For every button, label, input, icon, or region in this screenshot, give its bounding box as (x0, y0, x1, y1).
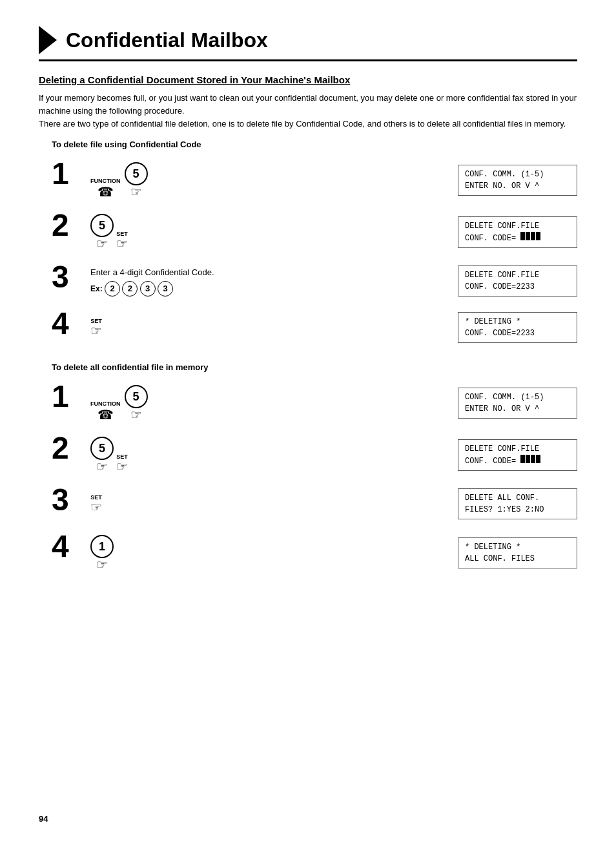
step-b1: 1 FUNCTION ☎ 5 ☞ CONF. COMM. (1-5) ENTER… (39, 381, 577, 421)
step-b4-display: * DELETING * ALL CONF. FILES (458, 537, 577, 568)
display-line2-s2: CONF. CODE= (465, 232, 570, 244)
step-4-icons: SET ☞ (90, 318, 102, 337)
step-number-b4: 4 (52, 531, 90, 562)
header-arrow-icon (39, 26, 57, 54)
subsection-delete-by-code: To delete file using Confidential Code 1… (39, 140, 577, 343)
circle-1[interactable]: 1 (90, 535, 114, 558)
press-icon-b2b: ☞ (116, 460, 128, 473)
press-icon-b4: ☞ (96, 558, 108, 571)
number-5-button-2[interactable]: 5 ☞ (90, 214, 114, 250)
step-3-text: Enter a 4-digit Confidential Code. Ex: 2… (90, 266, 214, 297)
display-line2-b4: ALL CONF. FILES (465, 553, 570, 565)
page-header: Confidential Mailbox (39, 26, 577, 54)
handset-icon-b1: ☎ (98, 408, 114, 421)
step-3-display: DELETE CONF.FILE CONF. CODE=2233 (458, 265, 577, 297)
display-line2-b2: CONF. CODE= (465, 455, 570, 467)
step-b3-icons: SET ☞ (90, 494, 102, 514)
step-4-display: * DELETING * CONF. CODE=2233 (458, 312, 577, 343)
section-title: Deleting a Confidential Document Stored … (39, 74, 577, 85)
display-line2: ENTER NO. OR V ^ (465, 180, 570, 192)
step-2-content: 5 ☞ SET ☞ DELETE CONF.FILE CONF. CODE= (90, 210, 577, 250)
step-b1-content: FUNCTION ☎ 5 ☞ CONF. COMM. (1-5) ENTER N… (90, 381, 577, 421)
page-title: Confidential Mailbox (66, 28, 268, 52)
step-b2: 2 5 ☞ SET ☞ DELETE CONF.FILE CONF. CODE= (39, 433, 577, 473)
display-line2-s3: CONF. CODE=2233 (465, 281, 570, 293)
number-5-button-b2[interactable]: 5 ☞ (90, 437, 114, 473)
step-number-b2: 2 (52, 433, 90, 464)
step-b1-icons: FUNCTION ☎ 5 ☞ (90, 385, 148, 421)
step-number-4: 4 (52, 308, 90, 339)
display-line1-b1: CONF. COMM. (1-5) (465, 391, 570, 403)
set-button-1[interactable]: SET ☞ (116, 231, 128, 250)
step-4: 4 SET ☞ * DELETING * CONF. CODE=2233 (39, 308, 577, 343)
display-line1-s2: DELETE CONF.FILE (465, 220, 570, 232)
set-button-b2[interactable]: SET ☞ (116, 453, 128, 473)
step-b1-display: CONF. COMM. (1-5) ENTER NO. OR V ^ (458, 388, 577, 419)
step-b3: 3 SET ☞ DELETE ALL CONF. FILES? 1:YES 2:… (39, 484, 577, 519)
step-2-display: DELETE CONF.FILE CONF. CODE= (458, 216, 577, 248)
step-b4-content: 1 ☞ * DELETING * ALL CONF. FILES (90, 531, 577, 571)
press-icon-b2a: ☞ (96, 460, 108, 473)
step-3: 3 Enter a 4-digit Confidential Code. Ex:… (39, 262, 577, 297)
step-b3-content: SET ☞ DELETE ALL CONF. FILES? 1:YES 2:NO (90, 484, 577, 519)
function-button-group: FUNCTION ☎ (90, 178, 121, 198)
step-1: 1 FUNCTION ☎ 5 ☞ CONF. COMM. (1-5) ENTER… (39, 158, 577, 198)
step-2: 2 5 ☞ SET ☞ DELETE CONF.FILE CONF. CODE= (39, 210, 577, 250)
press-icon-b3: ☞ (90, 501, 102, 514)
step-1-content: FUNCTION ☎ 5 ☞ CONF. COMM. (1-5) ENTER N… (90, 158, 577, 198)
press-icon-2a: ☞ (96, 237, 108, 250)
step-1-icons: FUNCTION ☎ 5 ☞ (90, 162, 148, 198)
step-number-1: 1 (52, 158, 90, 189)
handset-icon-1: ☎ (98, 185, 114, 198)
step-2-icons: 5 ☞ SET ☞ (90, 214, 128, 250)
press-icon-b1: ☞ (130, 408, 142, 421)
display-line2-b3: FILES? 1:YES 2:NO (465, 504, 570, 515)
number-5-button[interactable]: 5 ☞ (125, 162, 148, 198)
number-5-button-b1[interactable]: 5 ☞ (125, 385, 148, 421)
subsection-delete-all: To delete all confidential file in memor… (39, 362, 577, 571)
page-footer: 94 (39, 814, 48, 824)
step-b3-display: DELETE ALL CONF. FILES? 1:YES 2:NO (458, 488, 577, 519)
set-button-2[interactable]: SET ☞ (90, 318, 102, 337)
step-b2-content: 5 ☞ SET ☞ DELETE CONF.FILE CONF. CODE= (90, 433, 577, 473)
display-line2-s4: CONF. CODE=2233 (465, 328, 570, 339)
step-b2-icons: 5 ☞ SET ☞ (90, 437, 128, 473)
display-line1-b2: DELETE CONF.FILE (465, 443, 570, 455)
press-icon-4: ☞ (90, 324, 102, 337)
step-number-2: 2 (52, 210, 90, 241)
display-line1-s4: * DELETING * (465, 316, 570, 328)
subsection1-heading: To delete file using Confidential Code (52, 140, 577, 149)
circle-5[interactable]: 5 (125, 162, 148, 185)
step-4-content: SET ☞ * DELETING * CONF. CODE=2233 (90, 308, 577, 343)
page-number: 94 (39, 814, 48, 824)
step-number-b1: 1 (52, 381, 90, 412)
number-1-button[interactable]: 1 ☞ (90, 535, 114, 571)
display-line1-s3: DELETE CONF.FILE (465, 269, 570, 281)
step-b4: 4 1 ☞ * DELETING * ALL CONF. FILES (39, 531, 577, 571)
step-number-b3: 3 (52, 484, 90, 515)
display-line1-b3: DELETE ALL CONF. (465, 492, 570, 504)
step-number-3: 3 (52, 262, 90, 293)
display-line1-b4: * DELETING * (465, 541, 570, 553)
subsection2-heading: To delete all confidential file in memor… (52, 362, 577, 372)
circle-5-b2[interactable]: 5 (90, 437, 114, 460)
body-text-1: If your memory becomes full, or you just… (39, 92, 577, 130)
function-button-group-b: FUNCTION ☎ (90, 401, 121, 421)
set-button-b3[interactable]: SET ☞ (90, 494, 102, 514)
circle-5-b[interactable]: 5 (90, 214, 114, 237)
step-1-display: CONF. COMM. (1-5) ENTER NO. OR V ^ (458, 165, 577, 196)
ex-line-1: Ex: 2 2 3 3 (90, 281, 214, 297)
step-3-content: Enter a 4-digit Confidential Code. Ex: 2… (90, 262, 577, 297)
step-b4-icons: 1 ☞ (90, 535, 114, 571)
display-line2-b1: ENTER NO. OR V ^ (465, 403, 570, 415)
step-b2-display: DELETE CONF.FILE CONF. CODE= (458, 439, 577, 471)
circle-5-b1[interactable]: 5 (125, 385, 148, 408)
press-icon-2b: ☞ (116, 237, 128, 250)
press-icon-1: ☞ (130, 185, 142, 198)
display-line1: CONF. COMM. (1-5) (465, 169, 570, 180)
header-rule (39, 59, 577, 61)
